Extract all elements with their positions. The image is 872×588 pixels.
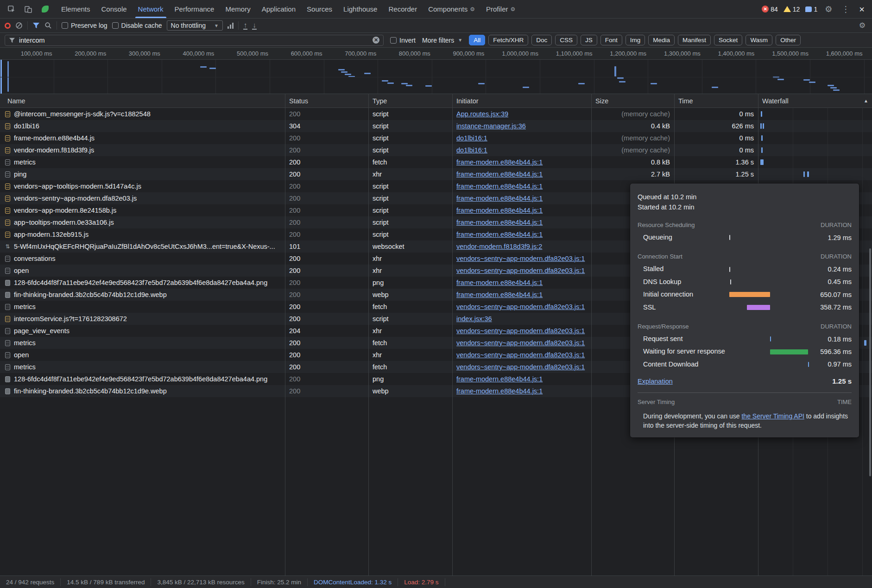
vertical-scrollbar[interactable] (869, 248, 871, 476)
initiator-link[interactable]: instance-manager.js:36 (456, 122, 526, 130)
timeline-overview-chart[interactable] (0, 60, 872, 94)
initiator-link[interactable]: frame-modern.e88e4b44.js:1 (456, 158, 543, 166)
clear-filter-icon[interactable]: ✕ (373, 37, 379, 44)
clear-network-log-button[interactable] (15, 22, 23, 29)
column-header-waterfall[interactable]: Waterfall▲ (758, 94, 872, 107)
initiator-link[interactable]: frame-modern.e88e4b44.js:1 (456, 207, 543, 214)
filter-input[interactable] (19, 37, 369, 44)
extension-icon[interactable] (38, 2, 52, 16)
tab-performance[interactable]: Performance (169, 0, 220, 18)
table-row[interactable]: frame-modern.e88e4b44.js200scriptdo1lbi1… (0, 132, 872, 144)
network-conditions-icon[interactable] (227, 22, 234, 29)
tab-elements[interactable]: Elements (56, 0, 96, 18)
filter-chip-manifest[interactable]: Manifest (678, 35, 711, 45)
script-file-icon (5, 208, 10, 214)
tab-network[interactable]: Network (133, 0, 169, 18)
initiator-link[interactable]: App.routes.jsx:39 (456, 110, 508, 118)
initiator-link[interactable]: vendors~sentry~app-modern.dfa82e03.js:1 (456, 351, 585, 359)
table-row[interactable]: do1lbi16304scriptinstance-manager.js:360… (0, 120, 872, 132)
more-options-icon[interactable]: ⋮ (840, 3, 852, 15)
filter-chip-all[interactable]: All (469, 35, 485, 45)
network-settings-gear-icon[interactable]: ⚙ (857, 20, 867, 31)
filter-chip-media[interactable]: Media (648, 35, 675, 45)
filter-chip-other[interactable]: Other (776, 35, 801, 45)
device-toolbar-icon[interactable] (21, 2, 35, 16)
filter-chip-img[interactable]: Img (626, 35, 645, 45)
timeline-tick: 100,000 ms (0, 48, 54, 59)
warning-badge[interactable]: 12 (784, 6, 800, 13)
invert-checkbox[interactable]: Invert (390, 37, 416, 44)
tab-profiler[interactable]: Profiler⚙ (480, 0, 521, 18)
request-name: 128-6fdc4d4f8f7a11ebe942ef4e9ed568423f7e… (0, 277, 285, 289)
throttling-select[interactable]: No throttling▼ (167, 20, 223, 31)
column-header-time[interactable]: Time (675, 94, 758, 107)
tab-components[interactable]: Components⚙ (423, 0, 480, 18)
filter-chip-font[interactable]: Font (600, 35, 622, 45)
more-filters-button[interactable]: More filters▼ (422, 37, 462, 44)
initiator-link[interactable]: frame-modern.e88e4b44.js:1 (456, 279, 543, 286)
tab-recorder[interactable]: Recorder (383, 0, 423, 18)
column-header-size[interactable]: Size (592, 94, 675, 107)
waterfall-cell (758, 120, 872, 132)
initiator-link[interactable]: frame-modern.e88e4b44.js:1 (456, 291, 543, 298)
close-devtools-icon[interactable]: × (857, 3, 866, 16)
initiator-link[interactable]: frame-modern.e88e4b44.js:1 (456, 195, 543, 202)
initiator-link[interactable]: frame-modern.e88e4b44.js:1 (456, 219, 543, 226)
initiator-link[interactable]: do1lbi16:1 (456, 134, 487, 142)
filter-chip-doc[interactable]: Doc (531, 35, 552, 45)
server-timing-api-link[interactable]: the Server Timing API (741, 412, 804, 420)
record-network-log-button[interactable] (5, 23, 11, 29)
initiator-link[interactable]: vendors~sentry~app-modern.dfa82e03.js:1 (456, 303, 585, 310)
initiator-link[interactable]: vendor-modern.f818d3f9.js:2 (456, 243, 542, 250)
initiator-link[interactable]: frame-modern.e88e4b44.js:1 (456, 183, 543, 190)
tab-sources[interactable]: Sources (301, 0, 338, 18)
table-row[interactable]: vendor-modern.f818d3f9.js200scriptdo1lbi… (0, 144, 872, 156)
initiator-link[interactable]: vendors~sentry~app-modern.dfa82e03.js:1 (456, 363, 585, 371)
tab-console[interactable]: Console (96, 0, 133, 18)
initiator-link[interactable]: vendors~sentry~app-modern.dfa82e03.js:1 (456, 267, 585, 274)
initiator-cell: App.routes.jsx:39 (453, 108, 592, 120)
initiator-link[interactable]: frame-modern.e88e4b44.js:1 (456, 231, 543, 238)
initiator-link[interactable]: vendors~sentry~app-modern.dfa82e03.js:1 (456, 255, 585, 262)
initiator-link[interactable]: frame-modern.e88e4b44.js:1 (456, 171, 543, 178)
initiator-link[interactable]: do1lbi16:1 (456, 146, 487, 154)
timing-row: Initial connection650.07 ms (638, 288, 852, 301)
column-header-status[interactable]: Status (285, 94, 369, 107)
inspect-element-icon[interactable] (5, 2, 19, 16)
initiator-link[interactable]: index.jsx:36 (456, 315, 492, 322)
import-har-icon[interactable]: ↑ (243, 21, 248, 30)
tab-lighthouse[interactable]: Lighthouse (338, 0, 383, 18)
tab-memory[interactable]: Memory (220, 0, 256, 18)
timing-phase-label: Content Download (643, 360, 727, 368)
initiator-link[interactable]: vendors~sentry~app-modern.dfa82e03.js:1 (456, 339, 585, 347)
table-row[interactable]: ping200xhrframe-modern.e88e4b44.js:12.7 … (0, 168, 872, 180)
table-row[interactable]: metrics200fetchframe-modern.e88e4b44.js:… (0, 156, 872, 168)
script-file-icon (5, 196, 10, 202)
filter-chip-js[interactable]: JS (581, 35, 597, 45)
overview-request-bar (345, 74, 351, 75)
filter-chip-fetch-xhr[interactable]: Fetch/XHR (488, 35, 528, 45)
disable-cache-checkbox[interactable]: Disable cache (112, 22, 162, 29)
filter-chip-wasm[interactable]: Wasm (746, 35, 772, 45)
filter-chip-css[interactable]: CSS (555, 35, 577, 45)
overview-request-bar (614, 66, 616, 76)
column-header-type[interactable]: Type (369, 94, 453, 107)
export-har-icon[interactable]: ↓ (252, 21, 257, 30)
issues-badge[interactable]: 1 (805, 6, 817, 13)
initiator-link[interactable]: vendors~sentry~app-modern.dfa82e03.js:1 (456, 327, 585, 335)
initiator-link[interactable]: frame-modern.e88e4b44.js:1 (456, 387, 543, 395)
filter-icon[interactable] (32, 22, 40, 29)
initiator-link[interactable]: frame-modern.e88e4b44.js:1 (456, 375, 543, 383)
error-badge[interactable]: ✕84 (762, 6, 778, 13)
filter-input-box[interactable]: ✕ (5, 35, 384, 46)
column-header-initiator[interactable]: Initiator (453, 94, 592, 107)
tab-application[interactable]: Application (256, 0, 301, 18)
column-header-name[interactable]: Name (0, 94, 285, 107)
settings-gear-icon[interactable]: ⚙ (823, 3, 834, 15)
checkbox-icon (112, 22, 119, 29)
table-row[interactable]: @intercom_messenger-js-sdk.js?v=c1882548… (0, 108, 872, 120)
filter-chip-socket[interactable]: Socket (714, 35, 742, 45)
explanation-link[interactable]: Explanation (638, 378, 673, 385)
preserve-log-checkbox[interactable]: Preserve log (62, 22, 107, 29)
search-icon[interactable] (44, 22, 52, 29)
